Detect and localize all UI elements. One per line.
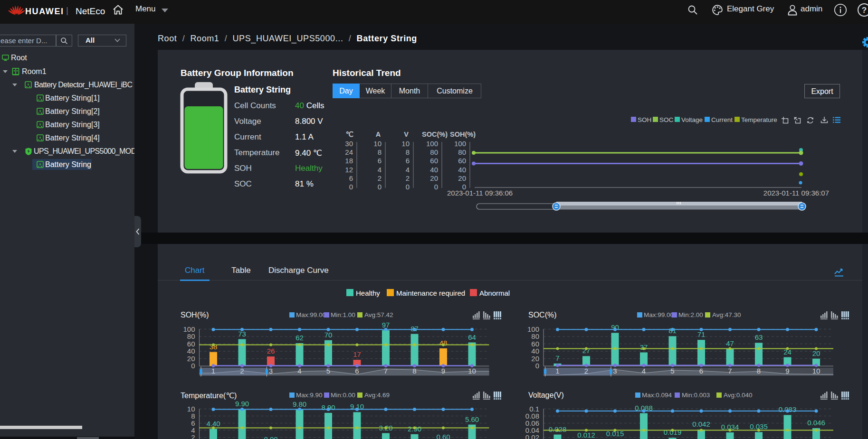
svg-text:0.012: 0.012 — [577, 431, 595, 439]
svg-text:0.02: 0.02 — [525, 433, 539, 439]
svg-text:0.042: 0.042 — [692, 420, 710, 428]
svg-text:0.046: 0.046 — [807, 419, 825, 427]
